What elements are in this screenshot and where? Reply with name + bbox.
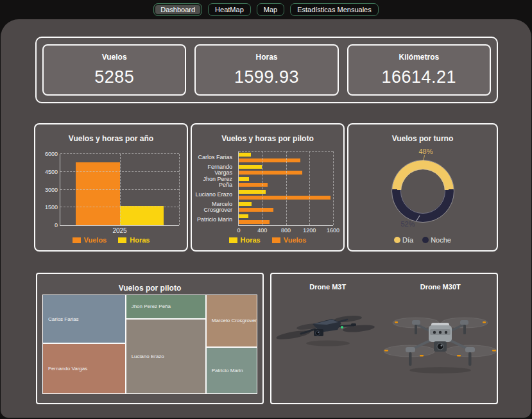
legend-item-día[interactable]: Día (394, 236, 413, 244)
legend-item-horas[interactable]: Horas (118, 236, 150, 244)
donut-label-noche: 52% (401, 220, 415, 228)
bar-horas[interactable] (239, 165, 262, 169)
stat-label: Horas (255, 53, 277, 62)
chart-card-year: Vuelos y horas por año 2025 015003000450… (34, 123, 188, 252)
stat-card-kilometros: Kilómetros 16614.21 (347, 44, 491, 96)
top-navigation: Dashboard HeatMap Map Estadísticas Mensu… (0, 0, 532, 19)
legend-item-horas[interactable]: Horas (229, 236, 261, 244)
drones-card: Drone M3T Drone M30T (270, 273, 498, 404)
bar-vuelos[interactable] (239, 171, 302, 175)
legend-label: Noche (431, 236, 451, 244)
treemap-cell-label: Luciano Erazo (132, 354, 164, 359)
y-axis-tick-label: 6000 (37, 151, 58, 157)
chart-title: Vuelos por turno (348, 134, 497, 143)
stat-value: 16614.21 (382, 67, 457, 87)
gridline (262, 151, 263, 225)
nav-tab-heatmap[interactable]: HeatMap (208, 3, 251, 16)
legend-label: Vuelos (84, 236, 107, 244)
treemap-cell-luciano-erazo[interactable]: Luciano Erazo (126, 320, 205, 393)
x-axis-category: 2025 (112, 227, 126, 234)
treemap-cell-fernando-vargas[interactable]: Fernando Vargas (43, 344, 125, 393)
stat-label: Vuelos (102, 53, 127, 62)
chart-card-turno: Vuelos por turno 48% 52% DíaNoche (347, 123, 498, 252)
legend-swatch (272, 237, 280, 243)
gridline (179, 154, 180, 225)
gridline (120, 154, 121, 225)
bar-horas[interactable] (239, 177, 249, 181)
bar-horas[interactable] (120, 206, 164, 225)
treemap-cell-jhon-perez-peña[interactable]: Jhon Perez Peña (126, 295, 205, 318)
drone-figure-m30t: Drone M30T (384, 274, 497, 403)
stat-card-vuelos: Vuelos 5285 (42, 44, 186, 96)
legend-swatch (422, 237, 429, 243)
bar-horas[interactable] (239, 190, 266, 194)
bar-horas[interactable] (239, 202, 252, 206)
stat-card-horas: Horas 1599.93 (194, 44, 338, 96)
dashboard-surface: Vuelos 5285 Horas 1599.93 Kilómetros 166… (1, 19, 531, 418)
legend-swatch (394, 237, 400, 243)
legend-item-vuelos[interactable]: Vuelos (73, 236, 107, 244)
bar-vuelos[interactable] (239, 183, 268, 187)
treemap-cell-label: Carlos Farias (48, 316, 79, 322)
chart-title: Vuelos por piloto (37, 284, 262, 293)
pilot-chart-category-axis: Carlos FariasFernando VargasJhon Perez P… (193, 151, 236, 226)
nav-tab-estadisticas-mensuales[interactable]: Estadísticas Mensuales (290, 3, 379, 16)
stats-summary-panel: Vuelos 5285 Horas 1599.93 Kilómetros 166… (35, 37, 498, 103)
gridline (286, 151, 287, 225)
turno-donut[interactable] (392, 160, 454, 222)
charts-row: Vuelos y horas por año 2025 015003000450… (34, 123, 498, 252)
drone-m3t-image (275, 301, 381, 363)
y-axis-tick-label: 0 (37, 222, 58, 228)
x-axis-tick-label: 1600 (327, 227, 339, 234)
legend-label: Vuelos (284, 236, 307, 244)
nav-tab-map[interactable]: Map (257, 3, 284, 16)
pilot-chart-plot: 040080012001600 (238, 151, 333, 226)
donut-hole (401, 169, 445, 213)
bar-vuelos[interactable] (239, 158, 300, 162)
year-chart-legend: VuelosHoras (35, 236, 187, 244)
chart-title: Vuelos y horas por año (35, 134, 187, 143)
y-axis-tick-label: 4500 (37, 169, 58, 175)
y-axis-tick-label: 1500 (37, 204, 58, 210)
drone-title: Drone M3T (271, 283, 384, 291)
chart-card-pilots: Vuelos y horas por piloto Carlos FariasF… (191, 123, 345, 252)
treemap-cell-marcelo-crosgrover[interactable]: Marcelo Crosgrover (207, 295, 257, 346)
turno-legend: DíaNoche (348, 236, 497, 244)
bar-horas[interactable] (239, 153, 251, 157)
x-axis-tick-label: 1200 (303, 227, 316, 234)
drone-figure-m3t: Drone M3T (271, 274, 384, 403)
legend-item-noche[interactable]: Noche (422, 236, 451, 244)
bar-vuelos[interactable] (76, 162, 119, 225)
category-label: Carlos Farias (193, 151, 236, 164)
legend-swatch (73, 237, 81, 243)
category-label: Marcelo Crosgrover (193, 201, 236, 213)
nav-tab-dashboard[interactable]: Dashboard (153, 3, 202, 16)
bar-vuelos[interactable] (239, 220, 270, 224)
legend-label: Horas (241, 236, 261, 244)
stat-value: 1599.93 (234, 67, 299, 87)
legend-swatch (229, 237, 237, 243)
drone-m30t-image (382, 298, 498, 382)
treemap-column: Jhon Perez PeñaLuciano Erazo (126, 295, 205, 393)
bar-vuelos[interactable] (239, 196, 330, 200)
treemap-cell-label: Jhon Perez Peña (132, 304, 171, 309)
stat-label: Kilómetros (399, 53, 439, 62)
category-label: Patricio Marin (193, 214, 236, 226)
bar-horas[interactable] (239, 214, 248, 218)
category-label: Fernando Vargas (193, 164, 236, 176)
treemap-column: Marcelo CrosgroverPatricio Marin (207, 295, 257, 393)
x-axis-tick-label: 400 (257, 227, 267, 234)
chart-title: Vuelos y horas por piloto (192, 134, 343, 143)
bar-vuelos[interactable] (239, 208, 273, 212)
gridline (309, 151, 310, 225)
gridline (333, 151, 334, 225)
treemap-card: Vuelos por piloto Carlos FariasFernando … (36, 273, 264, 404)
legend-label: Día (402, 236, 413, 244)
drone-title: Drone M30T (384, 283, 497, 291)
y-axis-tick-label: 3000 (37, 187, 58, 193)
treemap-cell-label: Fernando Vargas (48, 366, 87, 372)
treemap-cell-patricio-marin[interactable]: Patricio Marin (207, 348, 257, 393)
treemap-cell-carlos-farias[interactable]: Carlos Farias (43, 295, 125, 343)
legend-swatch (118, 237, 126, 243)
legend-item-vuelos[interactable]: Vuelos (272, 236, 307, 244)
